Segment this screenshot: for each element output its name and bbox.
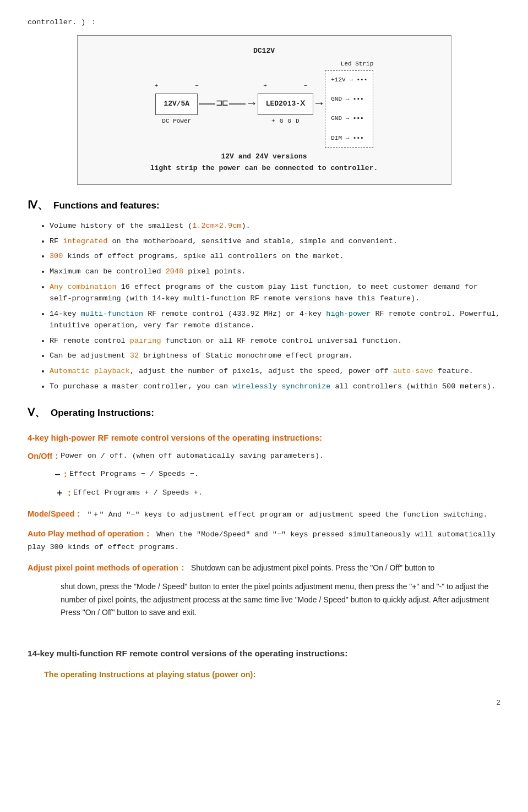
- arrow1: →: [248, 94, 255, 113]
- strip-pin1: +12V → ▪▪▪: [331, 75, 367, 85]
- dc-power-section: +− 12V/5A DC Power: [155, 81, 199, 126]
- strip-pin2: GND → ▪▪▪: [331, 95, 363, 105]
- strip-pin4: DIM → ▪▪▪: [331, 134, 363, 144]
- on-off-line: On/Off： Power on / off. (when off automa…: [28, 450, 500, 463]
- section5-title: Operating Instructions:: [51, 405, 154, 420]
- plus-minus-row: +−: [155, 81, 199, 91]
- led-controller-section: +− LED2013-Ⅹ + G G D: [258, 81, 313, 126]
- led-pins: + G G D: [271, 117, 299, 127]
- plus-label: ：: [65, 487, 73, 500]
- list-item: Volume history of the smallest (1.2cm×2.…: [50, 220, 500, 232]
- features-list: Volume history of the smallest (1.2cm×2.…: [28, 220, 500, 392]
- strip-pin3: GND → ▪▪▪: [331, 114, 363, 124]
- led-plus-minus: +−: [263, 81, 307, 91]
- list-item: Automatic playback, adjust the number of…: [50, 365, 500, 377]
- list-item: Can be adjustment 32 brightness of Stati…: [50, 350, 500, 362]
- diagram-box: DC12V +− 12V/5A DC Power ⊐⊏ →: [77, 35, 451, 185]
- dash-desc: Effect Programs − / Speeds −.: [69, 468, 199, 480]
- mode-speed-label: Mode/Speed：: [28, 509, 83, 518]
- arrow2: →: [315, 94, 323, 113]
- auto-play-block: Auto Play method of operation： When the …: [28, 527, 500, 554]
- plus-desc: Effect Programs + / Speeds +.: [73, 487, 203, 499]
- power-on-heading: The operating Instructions at playing st…: [28, 668, 500, 681]
- list-item: RF remote control pairing function or al…: [50, 335, 500, 347]
- diagram-row: +− 12V/5A DC Power ⊐⊏ → +−: [94, 59, 434, 148]
- list-item: Any combination 16 effect programs of th…: [50, 281, 500, 305]
- dash-line: — ： Effect Programs − / Speeds −.: [28, 468, 500, 481]
- led-strip-box: +12V → ▪▪▪ GND → ▪▪▪ GND → ▪▪▪ DIM → ▪▪▪: [325, 70, 373, 148]
- list-item: Maximum can be controlled 2048 pixel poi…: [50, 266, 500, 278]
- connector-sym: ⊐⊏: [216, 96, 228, 112]
- top-text: controller. ) ：: [28, 17, 500, 29]
- section4-roman: Ⅳ、: [28, 197, 48, 213]
- mode-speed-text: "＋" And "−" keys to adjustment effect pr…: [88, 511, 488, 519]
- auto-play-label: Auto Play method of operation：: [28, 529, 152, 538]
- dc-power-sublabel: DC Power: [162, 117, 191, 127]
- plus-line: ＋ ： Effect Programs + / Speeds +.: [28, 487, 500, 501]
- section4-heading: Ⅳ、 Functions and features:: [28, 197, 500, 213]
- caption-line1: 12V and 24V versions: [94, 151, 434, 163]
- mode-speed-block: Mode/Speed： "＋" And "−" keys to adjustme…: [28, 507, 500, 522]
- dc12v-label: DC12V: [94, 46, 434, 57]
- final-section-heading: 14-key multi-function RF remote control …: [28, 647, 500, 661]
- diagram-container: DC12V +− 12V/5A DC Power ⊐⊏ →: [28, 35, 500, 185]
- adjust-text-inline: Shutdown can be adjustment pixel points.…: [191, 563, 434, 572]
- adjust-text-block: shut down, press the "Mode / Speed" butt…: [28, 580, 500, 619]
- led-strip-section: Led Strip +12V → ▪▪▪ GND → ▪▪▪ GND → ▪▪▪…: [325, 59, 373, 148]
- dash-label: ：: [61, 468, 69, 481]
- page-number: 2: [28, 698, 500, 709]
- adjust-label: Adjust pixel point methods of operation：: [28, 563, 187, 572]
- dash-sym: —: [55, 468, 60, 481]
- plus-sym: ＋: [55, 487, 64, 501]
- led-box: LED2013-Ⅹ: [258, 94, 313, 115]
- on-off-label: On/Off：: [28, 450, 61, 463]
- section4-title: Functions and features:: [53, 198, 160, 213]
- led-strip-title: Led Strip: [325, 59, 373, 69]
- diagram-caption: 12V and 24V versions light strip the pow…: [94, 151, 434, 174]
- on-off-desc: Power on / off. (when off automatically …: [61, 450, 324, 462]
- sub-heading-4key: 4-key high-power RF remote control versi…: [28, 431, 500, 445]
- section5-heading: Ⅴ、 Operating Instructions:: [28, 404, 500, 421]
- list-item: RF integrated on the motherboard, sensit…: [50, 235, 500, 248]
- adjust-block: Adjust pixel point methods of operation：…: [28, 562, 500, 575]
- dc-power-voltage: 12V/5A: [164, 98, 189, 110]
- list-item: 300 kinds of effect programs, spike all …: [50, 250, 500, 262]
- led-label: LED2013-Ⅹ: [266, 98, 305, 110]
- section5-roman: Ⅴ、: [28, 404, 45, 421]
- list-item: To purchase a master controller, you can…: [50, 381, 500, 393]
- wire1: ⊐⊏: [199, 96, 246, 112]
- dc-power-box: 12V/5A: [155, 94, 198, 115]
- list-item: 14-key multi-function RF remote control …: [50, 308, 500, 332]
- caption-line2: light strip the power can be connected t…: [94, 163, 434, 174]
